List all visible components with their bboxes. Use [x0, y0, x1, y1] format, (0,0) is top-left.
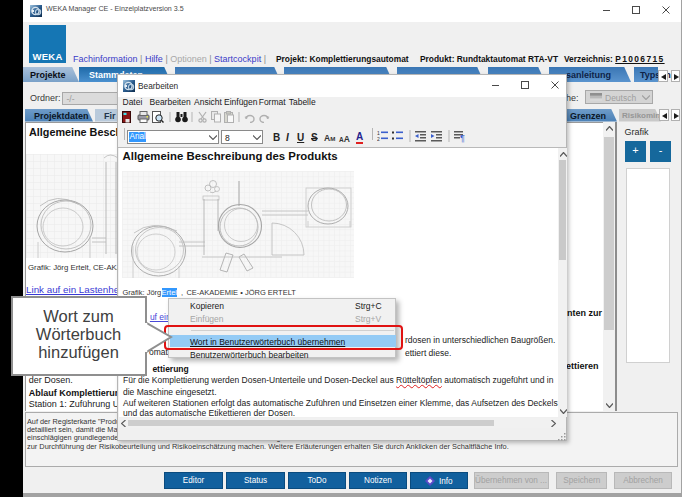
svg-text:2: 2 — [377, 136, 380, 142]
svg-text:¶: ¶ — [460, 133, 465, 143]
